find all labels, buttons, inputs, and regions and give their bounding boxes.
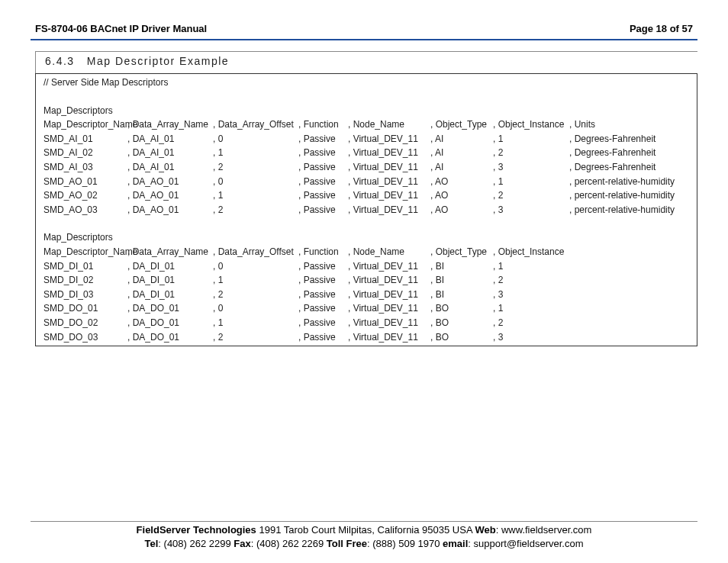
table-cell: , Passive — [298, 259, 348, 274]
table-header-row: Map_Descriptor_Name , Data_Array_Name , … — [36, 117, 697, 132]
table-cell: , AI — [430, 146, 493, 160]
table-cell: , 1 — [213, 188, 298, 203]
page-number: Page 18 of 57 — [630, 23, 693, 34]
footer-email: : support@fieldserver.com — [468, 538, 583, 549]
table-cell: , DA_DO_01 — [127, 316, 213, 330]
table-cell: , percent-relative-humidity — [569, 203, 691, 217]
col-header: , Data_Array_Offset — [213, 117, 298, 132]
table-cell: SMD_DI_03 — [36, 288, 127, 302]
table-cell: , Virtual_DEV_11 — [348, 175, 430, 189]
page-header: FS-8704-06 BACnet IP Driver Manual Page … — [31, 23, 697, 39]
table-cell: , 1 — [493, 301, 569, 316]
footer-web: : www.fieldserver.com — [496, 524, 592, 536]
col-header: , Object_Type — [430, 117, 493, 132]
table-cell: , AO — [430, 175, 493, 189]
table-cell: , DA_AO_01 — [127, 175, 213, 189]
footer-fax: : (408) 262 2269 — [251, 538, 327, 549]
table-cell: , Virtual_DEV_11 — [348, 273, 430, 288]
table-cell: , Degrees-Fahrenheit — [569, 132, 691, 146]
table-cell: , BI — [430, 288, 493, 302]
table-cell: , 3 — [493, 203, 569, 217]
group-label: Map_Descriptors — [36, 104, 127, 118]
footer-web-label: Web — [475, 524, 496, 536]
table-cell: , DA_DI_01 — [127, 273, 213, 288]
table-cell: , Passive — [298, 203, 348, 217]
table-row: SMD_DI_02, DA_DI_01, 1, Passive, Virtual… — [36, 273, 697, 288]
table-cell: , Degrees-Fahrenheit — [569, 160, 691, 175]
table-cell: SMD_AI_01 — [36, 132, 127, 146]
table-cell: , Passive — [298, 301, 348, 316]
table-cell: , Virtual_DEV_11 — [348, 188, 430, 203]
page-footer: FieldServer Technologies 1991 Tarob Cour… — [31, 521, 697, 551]
table-row: SMD_AI_02, DA_AI_01, 1, Passive, Virtual… — [36, 146, 697, 160]
col-header: , Object_Instance — [493, 117, 569, 132]
table-cell: , Passive — [298, 132, 348, 146]
col-header: , Object_Instance — [493, 245, 569, 259]
table-cell: , 2 — [493, 316, 569, 330]
table-cell: , percent-relative-humidity — [569, 188, 691, 203]
table-cell: SMD_DO_01 — [36, 301, 127, 316]
table-row: SMD_AI_01, DA_AI_01, 0, Passive, Virtual… — [36, 132, 697, 146]
table-cell: SMD_AO_02 — [36, 188, 127, 203]
col-header: , Data_Array_Name — [127, 117, 213, 132]
table-cell: SMD_AI_03 — [36, 160, 127, 175]
table-cell: SMD_AO_01 — [36, 175, 127, 189]
footer-address: 1991 Tarob Court Milpitas, California 95… — [256, 524, 475, 536]
col-header: , Data_Array_Offset — [213, 245, 298, 259]
col-header: , Node_Name — [348, 117, 430, 132]
table-cell: , 2 — [213, 330, 298, 345]
comment-line: // Server Side Map Descriptors — [36, 76, 127, 90]
table-row: SMD_DO_03, DA_DO_01, 2, Passive, Virtual… — [36, 330, 697, 345]
table-cell: , BO — [430, 301, 493, 316]
footer-toll: : (888) 509 1970 — [367, 538, 443, 549]
table-cell: , 3 — [493, 330, 569, 345]
table-cell: , DA_DI_01 — [127, 288, 213, 302]
table-cell: , Virtual_DEV_11 — [348, 203, 430, 217]
table-cell: , 1 — [213, 316, 298, 330]
table-cell: , 1 — [493, 175, 569, 189]
table-cell: , Virtual_DEV_11 — [348, 132, 430, 146]
col-header: Map_Descriptor_Name — [36, 117, 127, 132]
header-rule — [31, 39, 697, 40]
descriptor-table: // Server Side Map Descriptors Map_Descr… — [35, 73, 697, 346]
col-header: , Function — [298, 117, 348, 132]
footer-tel: : (408) 262 2299 — [158, 538, 234, 549]
table-row: SMD_DI_01, DA_DI_01, 0, Passive, Virtual… — [36, 259, 697, 274]
col-header: , Units — [569, 117, 691, 132]
table-row: SMD_AI_03, DA_AI_01, 2, Passive, Virtual… — [36, 160, 697, 175]
col-header: Map_Descriptor_Name — [36, 245, 127, 259]
table-cell: , Virtual_DEV_11 — [348, 316, 430, 330]
table-cell: SMD_DO_03 — [36, 330, 127, 345]
table-row: SMD_AO_02, DA_AO_01, 1, Passive, Virtual… — [36, 188, 697, 203]
table-cell: , Virtual_DEV_11 — [348, 330, 430, 345]
table-cell: , percent-relative-humidity — [569, 175, 691, 189]
table-cell: , 3 — [493, 288, 569, 302]
footer-fax-label: Fax — [234, 538, 250, 549]
table-row: SMD_AO_03, DA_AO_01, 2, Passive, Virtual… — [36, 203, 697, 217]
table-cell: , 0 — [213, 175, 298, 189]
table-cell: , Passive — [298, 146, 348, 160]
table-cell: , AO — [430, 188, 493, 203]
table-row: SMD_AO_01, DA_AO_01, 0, Passive, Virtual… — [36, 175, 697, 189]
col-header: , Function — [298, 245, 348, 259]
table-cell: SMD_DO_02 — [36, 316, 127, 330]
manual-title: FS-8704-06 BACnet IP Driver Manual — [35, 23, 207, 34]
table-cell: , AI — [430, 132, 493, 146]
table-cell: SMD_DI_01 — [36, 259, 127, 274]
table-cell: , Degrees-Fahrenheit — [569, 146, 691, 160]
table-cell: , DA_AO_01 — [127, 203, 213, 217]
section-number: 6.4.3 — [45, 55, 75, 67]
table-cell: , DA_DO_01 — [127, 330, 213, 345]
table-cell: , DA_AI_01 — [127, 146, 213, 160]
page: FS-8704-06 BACnet IP Driver Manual Page … — [0, 0, 728, 563]
table-cell: , BI — [430, 273, 493, 288]
table-row: SMD_DI_03, DA_DI_01, 2, Passive, Virtual… — [36, 288, 697, 302]
table-cell: , Passive — [298, 330, 348, 345]
table-cell: , DA_AI_01 — [127, 132, 213, 146]
footer-email-label: email — [443, 538, 468, 549]
col-header: , Object_Type — [430, 245, 493, 259]
footer-toll-label: Toll Free — [327, 538, 367, 549]
footer-tel-label: Tel — [145, 538, 159, 549]
table-cell: SMD_DI_02 — [36, 273, 127, 288]
table-cell: , 2 — [493, 146, 569, 160]
